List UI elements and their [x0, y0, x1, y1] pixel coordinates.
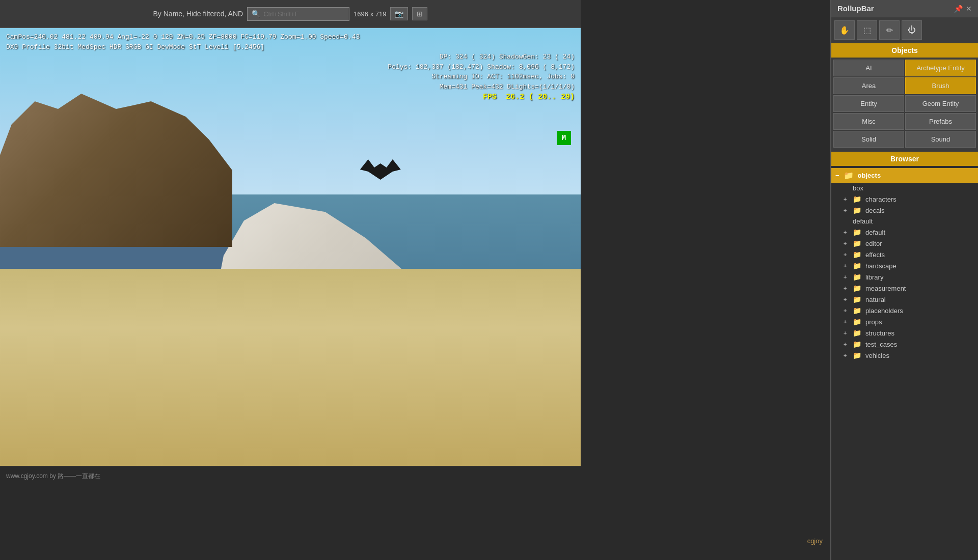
power-tool-button[interactable]: ⏻: [902, 20, 922, 40]
tree-item-natural[interactable]: + 📁 natural: [831, 294, 978, 305]
tree-item-placeholders[interactable]: + 📁 placeholders: [831, 305, 978, 316]
plus-btn-hardscape[interactable]: +: [844, 263, 851, 269]
power-icon: ⏻: [908, 25, 916, 35]
tree-item-vehicles[interactable]: + 📁 vehicles: [831, 350, 978, 361]
obj-btn-misc[interactable]: Misc: [833, 113, 904, 130]
obj-btn-prefabs[interactable]: Prefabs: [905, 113, 976, 130]
m-badge: M: [557, 131, 571, 145]
tree-item-props[interactable]: + 📁 props: [831, 316, 978, 327]
tree-label-default-folder: default: [865, 229, 885, 236]
tree-item-editor[interactable]: + 📁 editor: [831, 238, 978, 249]
icon-toolbar: ✋ ⬚ ✏ ⏻: [831, 17, 978, 43]
search-input[interactable]: [263, 10, 345, 18]
hand-icon: ✋: [839, 25, 850, 35]
obj-btn-brush[interactable]: Brush: [905, 77, 976, 94]
folder-icon-natural: 📁: [853, 295, 861, 303]
tree-label-default-label: default: [853, 217, 873, 225]
tree-label-placeholders: placeholders: [865, 307, 903, 315]
tree-item-hardscape[interactable]: + 📁 hardscape: [831, 260, 978, 271]
cursor-icon: ⬚: [863, 25, 871, 35]
folder-icon-characters: 📁: [853, 195, 861, 203]
tree-label-effects: effects: [865, 251, 885, 259]
plus-btn-test-cases[interactable]: +: [844, 341, 851, 347]
tree-item-effects[interactable]: + 📁 effects: [831, 249, 978, 260]
tree-item-box[interactable]: box: [831, 183, 978, 193]
plus-btn-effects[interactable]: +: [844, 251, 851, 258]
folder-icon-structures: 📁: [853, 329, 861, 337]
plus-btn-editor[interactable]: +: [844, 240, 851, 246]
obj-btn-ai[interactable]: AI: [833, 60, 904, 76]
obj-btn-solid[interactable]: Solid: [833, 131, 904, 148]
tree-label-structures: structures: [865, 329, 894, 337]
plus-btn-structures[interactable]: +: [844, 330, 851, 336]
layout-button[interactable]: ⊞: [412, 7, 427, 20]
folder-icon-decals: 📁: [853, 206, 861, 214]
rollupbar-pin-button[interactable]: 📌: [954, 5, 963, 13]
tree-item-objects-root[interactable]: − 📁 objects: [831, 168, 978, 183]
plus-btn-props[interactable]: +: [844, 319, 851, 325]
right-panel: RollupBar 📌 ✕ ✋ ⬚ ✏ ⏻ Objects AIArchetyp…: [830, 0, 978, 560]
folder-icon-library: 📁: [853, 273, 861, 281]
plus-btn-library[interactable]: +: [844, 274, 851, 280]
plus-btn-measurement[interactable]: +: [844, 285, 851, 291]
search-box[interactable]: 🔍: [247, 7, 349, 21]
objects-section-header: Objects: [831, 43, 978, 58]
tree-label-editor: editor: [865, 240, 882, 247]
folder-icon-effects: 📁: [853, 250, 861, 259]
cgjoy-watermark: cgjoy: [807, 537, 823, 545]
viewport[interactable]: CamPos=240.02 481.22 409.94 Angl=-22 0 1…: [0, 28, 581, 466]
tree-item-measurement[interactable]: + 📁 measurement: [831, 283, 978, 294]
plus-btn-characters[interactable]: +: [844, 196, 851, 202]
tree-item-decals[interactable]: + 📁 decals: [831, 205, 978, 216]
plus-btn-decals[interactable]: +: [844, 207, 851, 213]
tree-label-library: library: [865, 273, 883, 281]
brush-tool-button[interactable]: ✏: [879, 20, 900, 40]
pencil-icon: ✏: [886, 25, 893, 35]
tree-item-test-cases[interactable]: + 📁 test_cases: [831, 339, 978, 350]
tree-label-natural: natural: [865, 296, 886, 303]
obj-btn-area[interactable]: Area: [833, 77, 904, 94]
tree-item-library[interactable]: + 📁 library: [831, 271, 978, 283]
ground-terrain: [0, 269, 581, 466]
bottom-url: www.cgjoy.com by 路——一直都在: [6, 472, 100, 481]
collapse-icon: −: [835, 172, 839, 179]
tree-label-props: props: [865, 318, 882, 326]
tree-item-default-folder[interactable]: + 📁 default: [831, 227, 978, 238]
obj-btn-geom-entity[interactable]: Geom Entity: [905, 95, 976, 112]
obj-btn-entity[interactable]: Entity: [833, 95, 904, 112]
browser-section-header: Browser: [831, 152, 978, 166]
obj-btn-sound[interactable]: Sound: [905, 131, 976, 148]
rollupbar-close-button[interactable]: ✕: [966, 5, 972, 13]
plus-btn-vehicles[interactable]: +: [844, 352, 851, 358]
tree-item-structures[interactable]: + 📁 structures: [831, 327, 978, 339]
folder-icon-editor: 📁: [853, 239, 861, 247]
rollupbar-title: RollupBar: [837, 4, 874, 13]
tree-item-default-label[interactable]: default: [831, 216, 978, 227]
tree-label-measurement: measurement: [865, 285, 906, 292]
plus-btn-placeholders[interactable]: +: [844, 307, 851, 314]
tree-label-characters: characters: [865, 195, 896, 203]
filter-text: By Name, Hide filtered, AND: [153, 10, 243, 18]
select-tool-button[interactable]: ⬚: [857, 20, 877, 40]
hand-tool-button[interactable]: ✋: [834, 20, 855, 40]
folder-icon-placeholders: 📁: [853, 306, 861, 315]
tree-label-decals: decals: [865, 207, 885, 214]
objects-grid: AIArchetype EntityAreaBrushEntityGeom En…: [831, 58, 978, 150]
tree-label-box: box: [853, 184, 863, 192]
folder-icon-vehicles: 📁: [853, 351, 861, 359]
folder-icon-test-cases: 📁: [853, 340, 861, 348]
resolution-display: 1696 x 719: [354, 10, 386, 18]
tree-label-vehicles: vehicles: [865, 352, 889, 359]
folder-icon-measurement: 📁: [853, 284, 861, 292]
folder-icon-default-folder: 📁: [853, 228, 861, 236]
plus-btn-natural[interactable]: +: [844, 296, 851, 302]
tree-item-characters[interactable]: + 📁 characters: [831, 193, 978, 205]
tree-label-hardscape: hardscape: [865, 262, 896, 270]
tree-label-objects-root: objects: [858, 172, 881, 179]
plus-btn-default-folder[interactable]: +: [844, 229, 851, 235]
rollupbar-icons: 📌 ✕: [954, 5, 972, 13]
browser-tree[interactable]: − 📁 objects box + 📁 characters + 📁 decal…: [831, 166, 978, 560]
obj-btn-archetype-entity[interactable]: Archetype Entity: [905, 60, 976, 76]
screenshot-button[interactable]: 📷: [390, 7, 408, 20]
search-icon: 🔍: [252, 10, 260, 18]
